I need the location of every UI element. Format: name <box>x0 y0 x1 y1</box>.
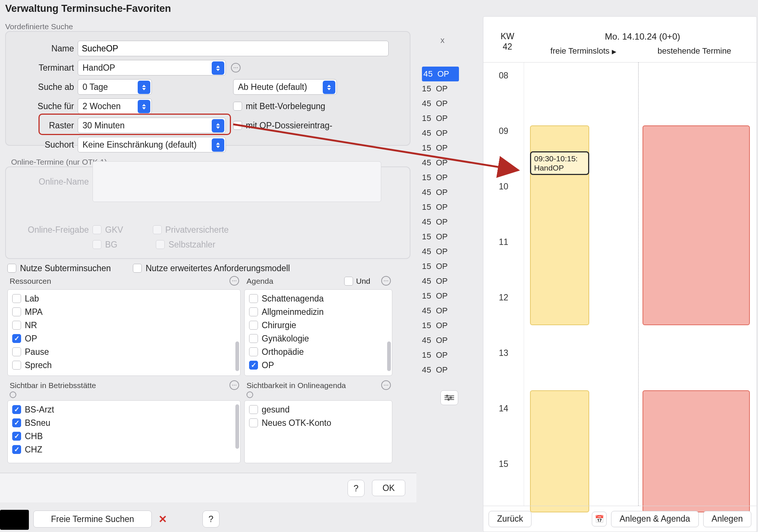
mid-result-row[interactable]: 45 OP <box>422 96 459 111</box>
checkbox[interactable] <box>249 334 258 343</box>
bett-checkbox[interactable] <box>233 102 242 111</box>
terminart-more-icon[interactable]: ··· <box>231 63 241 73</box>
list-item[interactable]: gesund <box>247 403 390 416</box>
mid-result-row[interactable]: 45 OP <box>422 215 459 229</box>
sichtbar-online-list[interactable]: gesundNeues OTK-Konto <box>244 400 392 463</box>
suchort-select[interactable]: Keine Einschränkung (default) <box>78 137 226 152</box>
agenda-more-icon[interactable]: ··· <box>381 276 391 286</box>
checkbox[interactable] <box>12 361 21 370</box>
calendar-icon[interactable]: 📅 <box>592 512 607 526</box>
checkbox[interactable] <box>249 361 258 370</box>
checkbox[interactable] <box>249 418 258 427</box>
list-item[interactable]: OP <box>247 358 390 372</box>
checkbox[interactable] <box>12 418 21 427</box>
checkbox[interactable] <box>12 307 21 316</box>
mid-result-row[interactable]: 15 OP <box>422 200 459 215</box>
suchefuer-select[interactable]: 2 Wochen <box>78 98 152 114</box>
list-item[interactable]: Schattenagenda <box>247 292 390 305</box>
sichtbar-bs-list[interactable]: BS-ArztBSneuCHBCHZ <box>7 400 241 463</box>
list-item[interactable]: Lab <box>10 292 238 305</box>
anforderungsmodell-checkbox[interactable] <box>133 264 142 273</box>
scrollbar[interactable] <box>235 404 239 449</box>
mid-result-row[interactable]: 15 OP <box>422 229 459 244</box>
mid-result-row[interactable]: 15 OP <box>422 289 459 303</box>
anlegen-agenda-button[interactable]: Anlegen & Agenda <box>611 511 699 527</box>
mid-result-row[interactable]: 15 OP <box>422 81 459 96</box>
checkbox[interactable] <box>12 334 21 343</box>
sucheab-select[interactable]: 0 Tage <box>78 79 152 95</box>
opdossier-checkbox[interactable] <box>233 121 242 130</box>
checkbox[interactable] <box>12 445 21 454</box>
mid-result-row[interactable]: 45 OP <box>422 303 459 318</box>
name-input[interactable] <box>78 41 389 56</box>
mid-result-row[interactable]: 45 OP <box>422 333 459 348</box>
list-item[interactable]: BS-Arzt <box>10 403 238 416</box>
filter-sliders-icon[interactable] <box>440 390 458 405</box>
radio-icon[interactable] <box>246 391 253 398</box>
mid-result-row[interactable]: 15 OP <box>422 170 459 185</box>
checkbox[interactable] <box>12 405 21 414</box>
checkbox[interactable] <box>249 347 258 356</box>
ok-button[interactable]: OK <box>372 480 405 496</box>
zurueck-button[interactable]: Zurück <box>489 511 531 527</box>
sichtbar-bs-more-icon[interactable]: ··· <box>229 380 239 390</box>
terminart-select[interactable]: HandOP <box>78 60 226 75</box>
list-item[interactable]: Neues OTK-Konto <box>247 416 390 430</box>
close-icon[interactable]: ✕ <box>158 513 167 525</box>
checkbox[interactable] <box>249 321 258 330</box>
mid-result-row[interactable]: 45 OP <box>422 155 459 170</box>
mid-result-row[interactable]: 15 OP <box>422 348 459 363</box>
list-item[interactable]: OP <box>10 332 238 345</box>
mid-result-row[interactable]: 45 OP <box>422 67 459 81</box>
mid-result-row[interactable]: 45 OP <box>422 274 459 289</box>
existing-block-afternoon <box>643 390 750 512</box>
list-item[interactable]: Pause <box>10 345 238 358</box>
mid-result-row[interactable]: 45 OP <box>422 363 459 377</box>
subterminsuchen-checkbox[interactable] <box>7 264 16 273</box>
checkbox[interactable] <box>12 347 21 356</box>
checkbox[interactable] <box>12 432 21 441</box>
mid-result-row[interactable]: 45 OP <box>422 244 459 259</box>
list-item[interactable]: Gynäkologie <box>247 332 390 345</box>
mid-close-label[interactable]: x <box>440 36 445 45</box>
agenda-list[interactable]: SchattenagendaAllgmeinmedizinChirurgieGy… <box>244 289 392 376</box>
sichtbar-online-more-icon[interactable]: ··· <box>381 380 391 390</box>
sucheab-mode-select[interactable]: Ab Heute (default) <box>233 79 337 95</box>
checkbox[interactable] <box>12 321 21 330</box>
scrollbar[interactable] <box>387 341 391 371</box>
raster-select[interactable]: 30 Minuten <box>78 118 226 133</box>
mid-result-row[interactable]: 45 OP <box>422 126 459 141</box>
help-button[interactable]: ? <box>348 480 365 497</box>
mid-result-list[interactable]: 45 OP15 OP45 OP15 OP45 OP15 OP45 OP15 OP… <box>422 67 459 377</box>
checkbox[interactable] <box>249 307 258 316</box>
list-item[interactable]: NR <box>10 319 238 332</box>
list-item[interactable]: Orthopädie <box>247 345 390 358</box>
list-item[interactable]: CHZ <box>10 443 238 456</box>
list-item[interactable]: CHB <box>10 430 238 443</box>
list-item[interactable]: BSneu <box>10 416 238 430</box>
mid-result-row[interactable]: 15 OP <box>422 141 459 155</box>
hour-label: 09 <box>483 126 524 136</box>
mid-result-row[interactable]: 15 OP <box>422 318 459 333</box>
list-item[interactable]: Sprech <box>10 358 238 372</box>
online-name-input[interactable] <box>93 161 381 202</box>
ressourcen-more-icon[interactable]: ··· <box>229 276 239 286</box>
checkbox[interactable] <box>249 294 258 303</box>
list-item[interactable]: Allgmeinmedizin <box>247 305 390 319</box>
help2-button[interactable]: ? <box>202 511 219 528</box>
und-checkbox[interactable] <box>344 277 353 286</box>
scrollbar[interactable] <box>235 341 239 371</box>
checkbox[interactable] <box>12 294 21 303</box>
radio-icon[interactable] <box>10 391 16 398</box>
mid-result-row[interactable]: 45 OP <box>422 185 459 200</box>
freie-termine-suchen-button[interactable]: Freie Termine Suchen <box>33 511 152 528</box>
anlegen-button[interactable]: Anlegen <box>703 511 751 527</box>
mid-result-row[interactable]: 15 OP <box>422 259 459 274</box>
list-item[interactable]: Chirurgie <box>247 319 390 332</box>
ressourcen-list[interactable]: LabMPANROPPauseSprech <box>7 289 241 376</box>
list-item[interactable]: MPA <box>10 305 238 319</box>
mid-result-row[interactable]: 15 OP <box>422 111 459 126</box>
online-freigabe-label: Online-Freigabe <box>19 225 93 235</box>
selected-slot-chip[interactable]: 09:30-10:15: HandOP <box>530 151 589 175</box>
checkbox[interactable] <box>249 405 258 414</box>
